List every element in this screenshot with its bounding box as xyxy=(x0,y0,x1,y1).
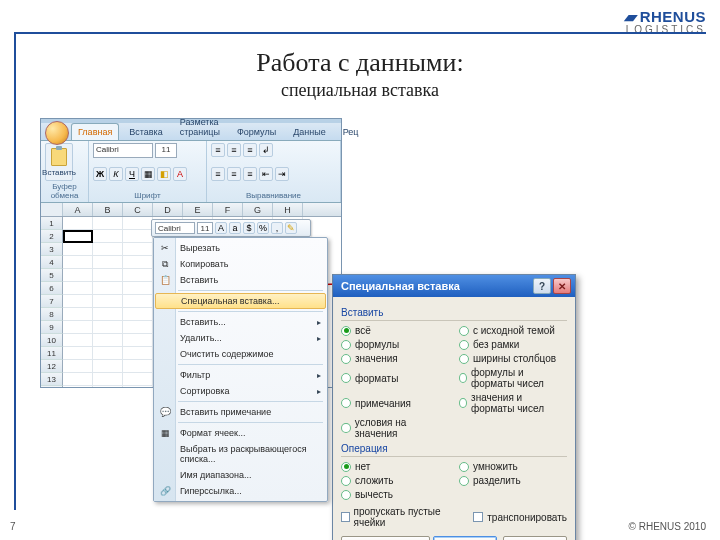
cell[interactable] xyxy=(123,243,153,256)
cancel-button[interactable]: Отмена xyxy=(503,536,567,540)
context-menu-item[interactable]: Удалить...▸ xyxy=(154,330,327,346)
mini-shrink-font-icon[interactable]: a xyxy=(229,222,241,234)
align-mid-button[interactable]: ≡ xyxy=(227,143,241,157)
cell[interactable] xyxy=(123,256,153,269)
radio-option[interactable]: форматы xyxy=(341,367,449,389)
radio-option[interactable]: условия на значения xyxy=(341,417,449,439)
font-size-select[interactable]: 11 xyxy=(155,143,177,158)
radio-option[interactable]: умножить xyxy=(459,461,567,472)
context-menu-item[interactable]: Выбрать из раскрывающегося списка... xyxy=(154,441,327,467)
ok-button[interactable]: ОК xyxy=(433,536,497,540)
mini-currency-icon[interactable]: $ xyxy=(243,222,255,234)
align-top-button[interactable]: ≡ xyxy=(211,143,225,157)
cell[interactable] xyxy=(63,243,93,256)
cell[interactable] xyxy=(63,321,93,334)
cell[interactable] xyxy=(123,360,153,373)
mini-comma-icon[interactable]: , xyxy=(271,222,283,234)
row-header[interactable]: 13 xyxy=(41,373,63,386)
cell[interactable] xyxy=(123,230,153,243)
row-header[interactable]: 14 xyxy=(41,386,63,387)
paste-button[interactable]: Вставить xyxy=(45,143,73,181)
office-orb-icon[interactable] xyxy=(45,121,69,145)
cell[interactable] xyxy=(63,360,93,373)
row-header[interactable]: 10 xyxy=(41,334,63,347)
border-button[interactable]: ▦ xyxy=(141,167,155,181)
row-header[interactable]: 7 xyxy=(41,295,63,308)
cell[interactable] xyxy=(93,282,123,295)
cell[interactable] xyxy=(123,347,153,360)
cell[interactable] xyxy=(63,269,93,282)
font-color-button[interactable]: A xyxy=(173,167,187,181)
cell[interactable] xyxy=(63,347,93,360)
ribbon-tab[interactable]: Формулы xyxy=(230,123,283,140)
radio-option[interactable]: разделить xyxy=(459,475,567,486)
row-header[interactable]: 1 xyxy=(41,217,63,230)
radio-option[interactable]: без рамки xyxy=(459,339,567,350)
cell[interactable] xyxy=(63,386,93,387)
cell[interactable] xyxy=(63,256,93,269)
radio-option[interactable]: значения xyxy=(341,353,449,364)
mini-percent-icon[interactable]: % xyxy=(257,222,269,234)
context-menu-item[interactable]: Сортировка▸ xyxy=(154,383,327,399)
cell[interactable] xyxy=(123,334,153,347)
radio-option[interactable]: ширины столбцов xyxy=(459,353,567,364)
cell[interactable] xyxy=(123,217,153,230)
cell[interactable] xyxy=(123,308,153,321)
mini-paint-icon[interactable]: ✎ xyxy=(285,222,297,234)
context-menu-item[interactable]: ⧉Копировать xyxy=(154,256,327,272)
cell[interactable] xyxy=(63,373,93,386)
cell[interactable] xyxy=(63,334,93,347)
cell[interactable] xyxy=(93,386,123,387)
column-header[interactable]: A xyxy=(63,203,93,216)
cell[interactable] xyxy=(63,308,93,321)
column-header[interactable]: H xyxy=(273,203,303,216)
cell[interactable] xyxy=(63,295,93,308)
indent-inc-button[interactable]: ⇥ xyxy=(275,167,289,181)
context-menu-item[interactable]: Специальная вставка... xyxy=(155,293,326,309)
cell[interactable] xyxy=(93,217,123,230)
mini-font-select[interactable]: Calibri xyxy=(155,222,195,234)
close-button[interactable]: ✕ xyxy=(553,278,571,294)
cell[interactable] xyxy=(93,360,123,373)
row-header[interactable]: 5 xyxy=(41,269,63,282)
cell[interactable] xyxy=(63,217,93,230)
ribbon-tab[interactable]: Разметка страницы xyxy=(173,113,227,140)
radio-option[interactable]: формулы и форматы чисел xyxy=(459,367,567,389)
cell[interactable] xyxy=(93,334,123,347)
cell[interactable] xyxy=(93,243,123,256)
underline-button[interactable]: Ч xyxy=(125,167,139,181)
radio-option[interactable]: значения и форматы чисел xyxy=(459,392,567,414)
fill-color-button[interactable]: ◧ xyxy=(157,167,171,181)
ribbon-tab[interactable]: Вставка xyxy=(122,123,169,140)
row-header[interactable]: 12 xyxy=(41,360,63,373)
context-menu-item[interactable]: ✂Вырезать xyxy=(154,240,327,256)
mini-size-select[interactable]: 11 xyxy=(197,222,213,234)
cell[interactable] xyxy=(123,373,153,386)
context-menu-item[interactable]: 💬Вставить примечание xyxy=(154,404,327,420)
row-header[interactable]: 6 xyxy=(41,282,63,295)
row-header[interactable]: 4 xyxy=(41,256,63,269)
cell[interactable] xyxy=(123,386,153,387)
context-menu-item[interactable]: Фильтр▸ xyxy=(154,367,327,383)
column-header[interactable]: E xyxy=(183,203,213,216)
transpose-checkbox[interactable]: транспонировать xyxy=(473,506,567,528)
cell[interactable] xyxy=(123,282,153,295)
cell[interactable] xyxy=(93,373,123,386)
active-cell[interactable] xyxy=(63,230,93,243)
context-menu-item[interactable]: ▦Формат ячеек... xyxy=(154,425,327,441)
column-header[interactable]: B xyxy=(93,203,123,216)
ribbon-tab[interactable]: Данные xyxy=(286,123,333,140)
italic-button[interactable]: К xyxy=(109,167,123,181)
dialog-titlebar[interactable]: Специальная вставка ? ✕ xyxy=(333,275,575,297)
cell[interactable] xyxy=(93,321,123,334)
row-header[interactable]: 11 xyxy=(41,347,63,360)
row-header[interactable]: 3 xyxy=(41,243,63,256)
column-header[interactable]: F xyxy=(213,203,243,216)
context-menu-item[interactable]: 🔗Гиперссылка... xyxy=(154,483,327,499)
cell[interactable] xyxy=(93,347,123,360)
indent-dec-button[interactable]: ⇤ xyxy=(259,167,273,181)
cell[interactable] xyxy=(93,269,123,282)
paste-link-button[interactable]: Вставить связь xyxy=(341,536,430,540)
skip-blanks-checkbox[interactable]: пропускать пустые ячейки xyxy=(341,506,453,528)
row-header[interactable]: 9 xyxy=(41,321,63,334)
